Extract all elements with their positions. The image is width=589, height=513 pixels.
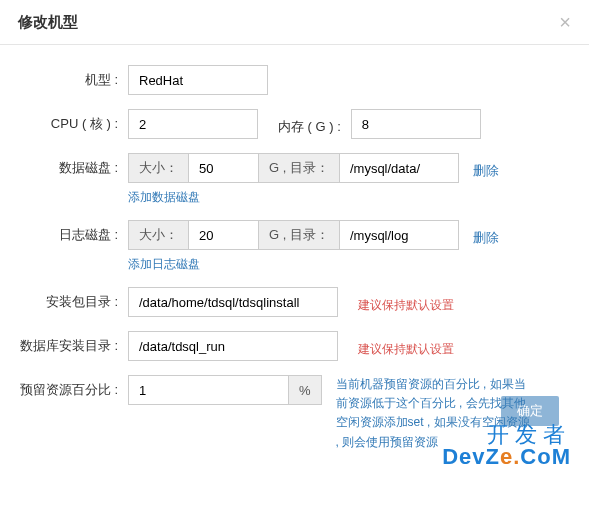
label-log-disk: 日志磁盘 : [18, 220, 128, 244]
log-disk-delete-link[interactable]: 删除 [473, 223, 499, 247]
close-icon[interactable]: × [559, 12, 571, 32]
row-install-dir: 安装包目录 : 建议保持默认设置 [18, 287, 571, 317]
log-disk-size-label: 大小： [128, 220, 188, 250]
reserve-pct-input[interactable] [128, 375, 288, 405]
log-disk-size-input[interactable] [188, 220, 258, 250]
data-disk-group: 大小： G , 目录： [128, 153, 459, 183]
log-disk-dir-input[interactable] [339, 220, 459, 250]
mem-input[interactable] [351, 109, 481, 139]
cpu-input[interactable] [128, 109, 258, 139]
db-install-dir-hint: 建议保持默认设置 [358, 335, 454, 358]
row-log-disk: 日志磁盘 : 大小： G , 目录： 删除 添加日志磁盘 [18, 220, 571, 273]
modal-title: 修改机型 [18, 13, 78, 32]
row-model: 机型 : [18, 65, 571, 95]
data-disk-dir-label: G , 目录： [258, 153, 339, 183]
row-data-disk: 数据磁盘 : 大小： G , 目录： 删除 添加数据磁盘 [18, 153, 571, 206]
add-data-disk-link[interactable]: 添加数据磁盘 [128, 189, 200, 206]
row-cpu-mem: CPU ( 核 ) : 内存 ( G ) : [18, 109, 571, 139]
label-reserve-pct: 预留资源百分比 : [18, 375, 128, 399]
data-disk-delete-link[interactable]: 删除 [473, 156, 499, 180]
add-log-disk-link[interactable]: 添加日志磁盘 [128, 256, 200, 273]
db-install-dir-input[interactable] [128, 331, 338, 361]
data-disk-dir-input[interactable] [339, 153, 459, 183]
modal-header: 修改机型 × [0, 0, 589, 45]
install-dir-hint: 建议保持默认设置 [358, 291, 454, 314]
log-disk-group: 大小： G , 目录： [128, 220, 459, 250]
label-data-disk: 数据磁盘 : [18, 153, 128, 177]
label-model: 机型 : [18, 65, 128, 89]
reserve-pct-group: % [128, 375, 322, 405]
label-cpu: CPU ( 核 ) : [18, 109, 128, 133]
label-db-install-dir: 数据库安装目录 : [18, 331, 128, 355]
data-disk-size-input[interactable] [188, 153, 258, 183]
label-mem: 内存 ( G ) : [258, 112, 351, 136]
model-input[interactable] [128, 65, 268, 95]
data-disk-size-label: 大小： [128, 153, 188, 183]
confirm-button[interactable]: 确定 [501, 396, 559, 426]
install-dir-input[interactable] [128, 287, 338, 317]
reserve-pct-unit: % [288, 375, 322, 405]
row-db-install-dir: 数据库安装目录 : 建议保持默认设置 [18, 331, 571, 361]
label-install-dir: 安装包目录 : [18, 287, 128, 311]
log-disk-dir-label: G , 目录： [258, 220, 339, 250]
row-reserve-pct: 预留资源百分比 : % 当前机器预留资源的百分比 , 如果当前资源低于这个百分比… [18, 375, 571, 452]
